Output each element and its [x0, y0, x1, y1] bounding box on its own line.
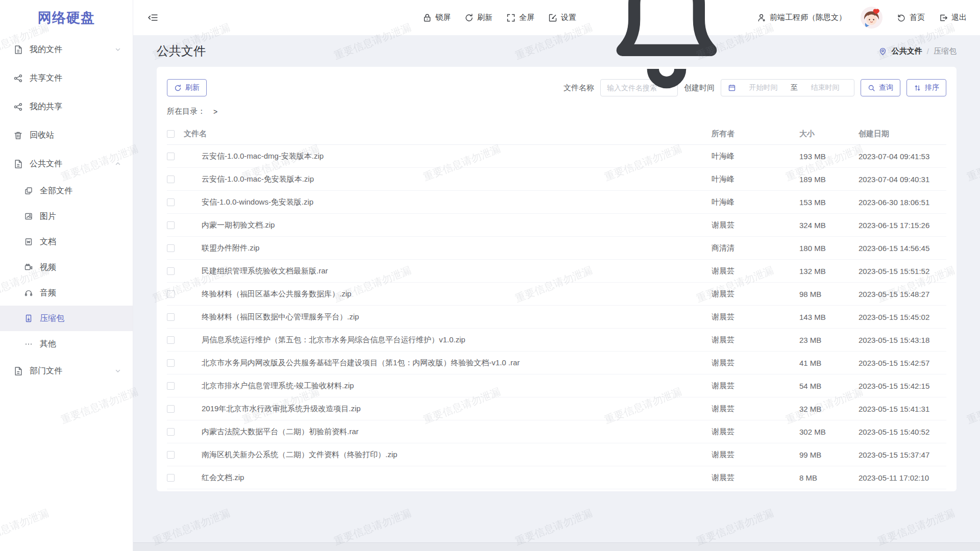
table-row[interactable]: 红会文档.zip 谢晨芸 8 MB 2023-05-11 17:02:10: [167, 466, 946, 489]
lock-screen-button[interactable]: 锁屏: [423, 13, 451, 22]
sidebar-collapse-icon[interactable]: [148, 12, 158, 23]
file-name[interactable]: 红会文档.zip: [202, 473, 712, 483]
query-button[interactable]: 查询: [861, 79, 900, 96]
sidebar-item-audio[interactable]: 音频: [0, 280, 133, 306]
file-name[interactable]: 安信-1.0.0-windows-免安装版.zip: [202, 197, 712, 207]
row-checkbox[interactable]: [167, 451, 175, 459]
bell-icon: [590, 0, 743, 94]
home-button[interactable]: 首页: [897, 13, 925, 22]
sidebar-item-my-files[interactable]: 我的文件: [0, 35, 133, 64]
table-row[interactable]: 联盟办件附件.zip 商清清 180 MB 2023-06-15 14:56:4…: [167, 237, 946, 260]
row-checkbox[interactable]: [167, 290, 175, 298]
sidebar-item-recycle-bin[interactable]: 回收站: [0, 121, 133, 149]
row-checkbox[interactable]: [167, 359, 175, 367]
sidebar-item-label: 图片: [40, 211, 56, 222]
sidebar-item-shared-files[interactable]: 共享文件: [0, 64, 133, 92]
file-name[interactable]: 联盟办件附件.zip: [202, 243, 712, 253]
table-row[interactable]: 内蒙一期初验文档.zip 谢晨芸 324 MB 2023-06-15 17:15…: [167, 214, 946, 237]
sort-button[interactable]: 排序: [906, 79, 946, 96]
row-checkbox[interactable]: [167, 267, 175, 275]
row-checkbox[interactable]: [167, 474, 175, 482]
notifications-button[interactable]: 3: [590, 0, 743, 94]
file-owner: 谢晨芸: [712, 381, 799, 391]
sidebar-item-images[interactable]: 图片: [0, 204, 133, 229]
row-checkbox[interactable]: [167, 244, 175, 252]
select-all-checkbox[interactable]: [167, 130, 175, 138]
file-size: 99 MB: [799, 450, 859, 459]
file-name[interactable]: 云安信-1.0.0-mac-免安装版本.zip: [202, 174, 712, 184]
table-row[interactable]: 南海区机关新办公系统（二期）文件资料（终验打印）.zip 谢晨芸 99 MB 2…: [167, 443, 946, 466]
sidebar-item-my-shares[interactable]: 我的共享: [0, 92, 133, 121]
file-name[interactable]: 云安信-1.0.0-mac-dmg-安装版本.zip: [202, 152, 712, 161]
column-header-size: 大小: [799, 129, 859, 139]
page-title: 公共文件: [157, 43, 206, 59]
horizontal-scrollbar-track[interactable]: [133, 542, 980, 551]
table-row[interactable]: 局信息系统运行维护（第五包：北京市水务局综合信息平台运行维护）v1.0.zip …: [167, 329, 946, 352]
refresh-icon: [464, 13, 474, 22]
row-checkbox[interactable]: [167, 336, 175, 344]
table-row[interactable]: 云安信-1.0.0-mac-免安装版本.zip 叶海峰 189 MB 2023-…: [167, 168, 946, 191]
end-date-placeholder[interactable]: 结束时间: [803, 83, 847, 92]
start-date-placeholder[interactable]: 开始时间: [741, 83, 786, 92]
sidebar-item-department-files[interactable]: 部门文件: [0, 357, 133, 385]
row-checkbox[interactable]: [167, 221, 175, 229]
avatar[interactable]: [860, 6, 883, 29]
sidebar-item-others[interactable]: 其他: [0, 331, 133, 357]
settings-button[interactable]: 设置: [548, 13, 576, 22]
chevron-up-icon: [114, 160, 121, 167]
file-name[interactable]: 局信息系统运行维护（第五包：北京市水务局综合信息平台运行维护）v1.0.zip: [202, 335, 712, 345]
video-camera-icon: [24, 263, 33, 272]
row-checkbox[interactable]: [167, 176, 175, 183]
sidebar-item-documents[interactable]: 文档: [0, 229, 133, 255]
file-size: 132 MB: [799, 267, 859, 276]
table-row[interactable]: 内蒙古法院大数据平台（二期）初验前资料.rar 谢晨芸 302 MB 2023-…: [167, 420, 946, 443]
table-row[interactable]: 云安信-1.0.0-mac-dmg-安装版本.zip 叶海峰 193 MB 20…: [167, 145, 946, 168]
table-row[interactable]: 北京市水务局内网改版及公共服务基础平台建设项目（第1包：内网改版）终验验文档-v…: [167, 352, 946, 374]
table-row[interactable]: 2019年北京市水行政审批系统升级改造项目.zip 谢晨芸 32 MB 2023…: [167, 397, 946, 420]
table-row[interactable]: 终验材料（福田区基本公共服务数据库）.zip 谢晨芸 98 MB 2023-05…: [167, 283, 946, 306]
table-row[interactable]: 民建组织管理系统验收文档最新版.rar 谢晨芸 132 MB 2023-05-1…: [167, 260, 946, 283]
row-checkbox[interactable]: [167, 198, 175, 206]
breadcrumb-parent[interactable]: 公共文件: [892, 46, 922, 56]
file-name[interactable]: 民建组织管理系统验收文档最新版.rar: [202, 266, 712, 276]
file-name[interactable]: 北京市水务局内网改版及公共服务基础平台建设项目（第1包：内网改版）终验验文档-v…: [202, 358, 712, 368]
table-header-row: 文件名 所有者 大小 创建日期: [167, 123, 946, 145]
refresh-list-button[interactable]: 刷新: [167, 79, 207, 96]
column-header-created: 创建日期: [859, 129, 946, 139]
file-name[interactable]: 终验材料（福田区数据中心管理服务平台）.zip: [202, 312, 712, 322]
file-created-date: 2023-05-15 15:45:02: [859, 313, 946, 321]
row-checkbox[interactable]: [167, 382, 175, 390]
table-row[interactable]: 北京市排水户信息管理系统-竣工验收材料.zip 谢晨芸 54 MB 2023-0…: [167, 374, 946, 397]
file-owner: 叶海峰: [712, 152, 799, 161]
file-name[interactable]: 2019年北京市水行政审批系统升级改造项目.zip: [202, 404, 712, 414]
file-size: 180 MB: [799, 244, 859, 253]
sidebar-item-public-files[interactable]: 公共文件: [0, 149, 133, 178]
user-icon: [757, 13, 766, 22]
logout-button[interactable]: 退出: [939, 13, 967, 22]
zip-file-icon: [24, 314, 33, 323]
table-row[interactable]: 安信-1.0.0-windows-免安装版.zip 叶海峰 153 MB 202…: [167, 191, 946, 214]
row-checkbox[interactable]: [167, 153, 175, 160]
file-icon: [13, 45, 23, 55]
row-checkbox[interactable]: [167, 405, 175, 413]
row-checkbox[interactable]: [167, 313, 175, 321]
sidebar-item-videos[interactable]: 视频: [0, 255, 133, 280]
user-menu[interactable]: 前端工程师（陈思文）: [757, 13, 846, 22]
row-checkbox[interactable]: [167, 428, 175, 436]
table-row[interactable]: 终验材料（福田区数据中心管理服务平台）.zip 谢晨芸 143 MB 2023-…: [167, 306, 946, 329]
refresh-page-button[interactable]: 刷新: [464, 13, 493, 22]
file-owner: 谢晨芸: [712, 312, 799, 322]
file-owner: 谢晨芸: [712, 289, 799, 299]
file-name[interactable]: 北京市排水户信息管理系统-竣工验收材料.zip: [202, 381, 712, 391]
file-name[interactable]: 南海区机关新办公系统（二期）文件资料（终验打印）.zip: [202, 450, 712, 460]
file-name[interactable]: 内蒙古法院大数据平台（二期）初验前资料.rar: [202, 427, 712, 437]
file-created-date: 2023-05-15 15:40:52: [859, 428, 946, 436]
file-size: 153 MB: [799, 198, 859, 207]
file-owner: 谢晨芸: [712, 335, 799, 345]
file-name[interactable]: 终验材料（福田区基本公共服务数据库）.zip: [202, 289, 712, 299]
file-owner: 商清清: [712, 243, 799, 253]
file-name[interactable]: 内蒙一期初验文档.zip: [202, 220, 712, 230]
sidebar-item-all-files[interactable]: 全部文件: [0, 178, 133, 204]
sidebar-item-archives[interactable]: 压缩包: [0, 306, 133, 331]
fullscreen-button[interactable]: 全屏: [506, 13, 534, 22]
